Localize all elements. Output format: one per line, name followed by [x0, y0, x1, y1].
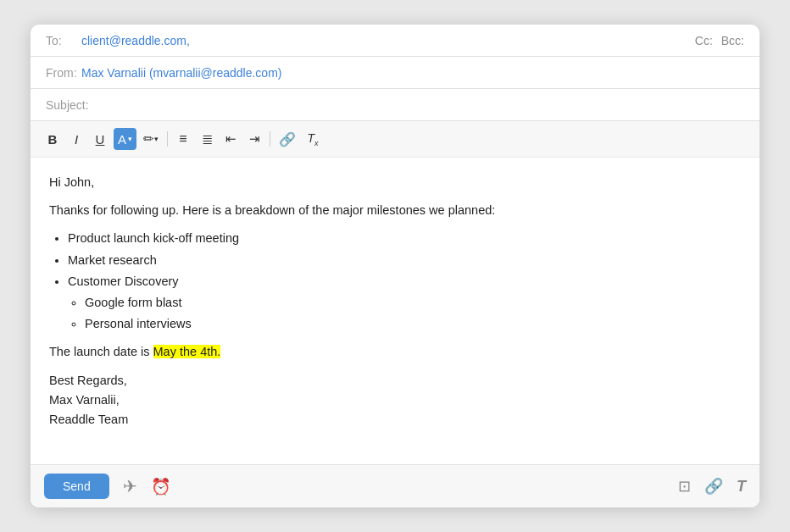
to-label: To:: [46, 34, 78, 47]
increase-indent-button[interactable]: ⇥: [244, 128, 264, 150]
clear-format-icon: Tx: [307, 131, 318, 147]
separator-1: [167, 131, 168, 147]
list-item-3: Customer Discovery Google form blast Per…: [68, 272, 741, 335]
list-item-3-text: Customer Discovery: [68, 274, 179, 288]
bcc-label[interactable]: Bcc:: [721, 34, 744, 47]
main-list: Product launch kick-off meeting Market r…: [68, 229, 741, 334]
pencil-icon: ✏: [143, 131, 154, 147]
send-later-icon[interactable]: ✈: [123, 476, 137, 496]
clear-format-button[interactable]: Tx: [303, 128, 323, 150]
italic-button[interactable]: I: [66, 128, 86, 150]
to-value[interactable]: client@readdle.com,: [81, 34, 695, 47]
formatting-toolbar: B I U A ▾ ✏ ▾ ≡ ≣ ⇤ ⇥ 🔗 Tx: [31, 121, 759, 158]
numbered-list-icon: ≣: [202, 131, 213, 147]
launch-date-paragraph: The launch date is May the 4th.: [49, 342, 741, 362]
send-button[interactable]: Send: [44, 474, 109, 499]
bullet-list-button[interactable]: ≡: [173, 128, 193, 150]
decrease-indent-button[interactable]: ⇤: [220, 128, 241, 150]
text-color-button[interactable]: A ▾: [114, 128, 136, 150]
attachment-icon[interactable]: 🔗: [704, 477, 723, 496]
to-row: To: client@readdle.com, Cc: Bcc:: [31, 25, 759, 57]
sub-list-item-2-text: Personal interviews: [85, 317, 192, 330]
footer-bar: Send ✈ ⏰ ⊡ 🔗 T: [31, 464, 759, 507]
signature: Best Regards, Max Varnalii, Readdle Team: [49, 371, 741, 430]
list-item-1-text: Product launch kick-off meeting: [68, 231, 239, 245]
link-icon: 🔗: [279, 131, 296, 147]
from-value: Max Varnalii (mvarnalii@readdle.com): [81, 66, 744, 80]
list-item-2: Market research: [68, 251, 741, 270]
subject-label: Subject:: [46, 98, 92, 112]
sub-list: Google form blast Personal interviews: [85, 293, 741, 334]
from-label: From:: [46, 66, 78, 80]
email-body[interactable]: Hi John, Thanks for following up. Here i…: [31, 158, 759, 464]
sub-list-item-1-text: Google form blast: [85, 296, 181, 309]
sub-list-item-2: Personal interviews: [85, 314, 741, 334]
subject-row: Subject:: [31, 89, 759, 121]
cc-bcc-buttons: Cc: Bcc:: [695, 34, 744, 47]
schedule-icon[interactable]: ⏰: [151, 477, 171, 496]
increase-indent-icon: ⇥: [249, 131, 260, 147]
numbered-list-button[interactable]: ≣: [197, 128, 217, 150]
intro-paragraph: Thanks for following up. Here is a break…: [49, 201, 741, 220]
list-item-2-text: Market research: [68, 253, 157, 267]
decrease-indent-icon: ⇤: [225, 131, 236, 147]
underline-button[interactable]: U: [90, 128, 110, 150]
text-color-label: A: [118, 132, 126, 147]
greeting-text: Hi John,: [49, 173, 741, 192]
bold-button[interactable]: B: [42, 128, 63, 150]
dropdown-arrow-icon: ▾: [128, 135, 132, 143]
bullet-list-icon: ≡: [179, 131, 186, 147]
list-item-1: Product launch kick-off meeting: [68, 229, 741, 248]
from-row: From: Max Varnalii (mvarnalii@readdle.co…: [31, 57, 759, 89]
full-screen-icon[interactable]: ⊡: [678, 477, 691, 496]
link-button[interactable]: 🔗: [275, 128, 299, 150]
highlight-button[interactable]: ✏ ▾: [140, 128, 162, 150]
cc-label[interactable]: Cc:: [695, 34, 713, 47]
highlight-dropdown-icon: ▾: [154, 135, 159, 143]
email-compose-window: To: client@readdle.com, Cc: Bcc: From: M…: [31, 25, 759, 507]
launch-date-highlight: May the 4th.: [153, 345, 221, 358]
sub-list-item-1: Google form blast: [85, 293, 741, 313]
launch-date-prefix: The launch date is: [49, 345, 153, 358]
footer-left-icons: ✈ ⏰: [123, 476, 678, 496]
separator-2: [270, 131, 270, 147]
footer-right-icons: ⊡ 🔗 T: [678, 477, 746, 496]
more-options-icon[interactable]: T: [737, 478, 746, 496]
